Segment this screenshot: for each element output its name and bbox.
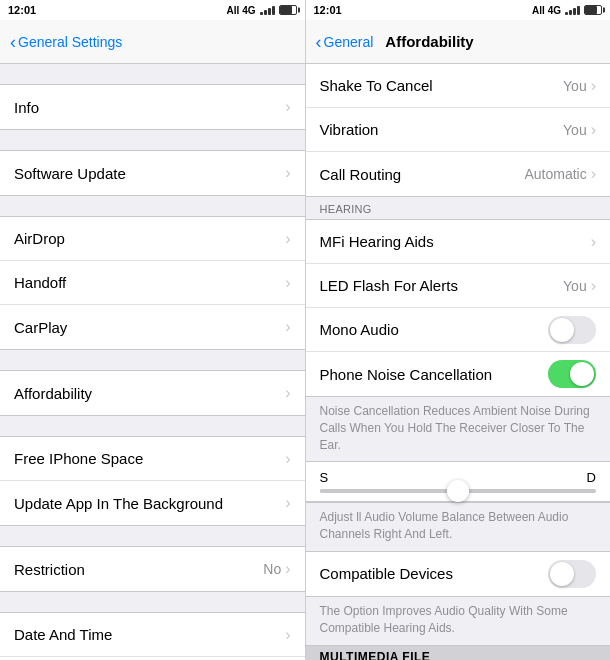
slider-track[interactable]	[320, 489, 597, 493]
left-signal-icon	[260, 5, 275, 15]
left-nav-back[interactable]: ‹ General Settings	[10, 33, 122, 51]
right-status-bar: 12:01 All 4G	[305, 0, 611, 20]
multimedia-label: MULTIMEDIA FILE	[320, 650, 431, 660]
chevron-right-icon: ›	[591, 277, 596, 295]
chevron-right-icon: ›	[591, 121, 596, 139]
left-network: All 4G	[227, 5, 256, 16]
call-routing-item[interactable]: Call Routing Automatic ›	[306, 152, 611, 196]
slider-left-label: S	[320, 470, 329, 485]
chevron-right-icon: ›	[285, 560, 290, 578]
chevron-right-icon: ›	[591, 77, 596, 95]
shake-to-cancel-item[interactable]: Shake To Cancel You ›	[306, 64, 611, 108]
airdrop-group: AirDrop › Handoff › CarPlay ›	[0, 216, 305, 350]
right-network: All 4G	[532, 5, 561, 16]
affordability-group: Affordability ›	[0, 370, 305, 416]
back-chevron-icon: ‹	[316, 33, 322, 51]
back-chevron-icon: ‹	[10, 33, 16, 51]
list-item[interactable]: Date And Time ›	[0, 613, 305, 657]
chevron-right-icon: ›	[285, 494, 290, 512]
slider-thumb[interactable]	[447, 480, 469, 502]
slider-right-label: D	[587, 470, 596, 485]
left-battery-icon	[279, 5, 297, 15]
left-time: 12:01	[8, 4, 36, 16]
left-panel: ‹ General Settings Info › Software Updat…	[0, 20, 305, 660]
right-battery-icon	[584, 5, 602, 15]
chevron-right-icon: ›	[591, 233, 596, 251]
phone-noise-toggle[interactable]	[548, 360, 596, 388]
right-signal-icon	[565, 5, 580, 15]
toggle-knob	[550, 562, 574, 586]
storage-group: Free IPhone Space › Update App In The Ba…	[0, 436, 305, 526]
noise-desc: Noise Cancellation Reduces Ambient Noise…	[306, 397, 611, 461]
list-item[interactable]: CarPlay ›	[0, 305, 305, 349]
list-item[interactable]: Update App In The Background ›	[0, 481, 305, 525]
restriction-group: Restriction No ›	[0, 546, 305, 592]
chevron-right-icon: ›	[285, 274, 290, 292]
list-item[interactable]: AirDrop ›	[0, 217, 305, 261]
right-time: 12:01	[314, 4, 342, 16]
chevron-right-icon: ›	[285, 450, 290, 468]
led-flash-item[interactable]: LED Flash For Alerts You ›	[306, 264, 611, 308]
date-keyboard-group: Date And Time › Keyboard ›	[0, 612, 305, 660]
left-nav-back-label: General Settings	[18, 34, 122, 50]
vibration-item[interactable]: Vibration You ›	[306, 108, 611, 152]
phone-noise-item[interactable]: Phone Noise Cancellation	[306, 352, 611, 396]
top-group: Shake To Cancel You › Vibration You › Ca…	[306, 64, 611, 197]
slider-group: S D	[306, 461, 611, 503]
list-item[interactable]: Handoff ›	[0, 261, 305, 305]
list-item[interactable]: Info ›	[0, 85, 305, 129]
hearing-section-header: HEARING	[306, 197, 611, 219]
right-nav-title: Affordability	[385, 33, 473, 50]
left-status-right: All 4G	[227, 5, 297, 16]
slider-fill	[320, 489, 458, 493]
mfi-hearing-aids-item[interactable]: MFi Hearing Aids ›	[306, 220, 611, 264]
info-group: Info ›	[0, 84, 305, 130]
right-settings-scroll[interactable]: Shake To Cancel You › Vibration You › Ca…	[306, 64, 611, 660]
toggle-knob	[570, 362, 594, 386]
compatible-group: Compatible Devices	[306, 551, 611, 597]
mono-audio-toggle[interactable]	[548, 316, 596, 344]
chevron-right-icon: ›	[591, 165, 596, 183]
compatible-devices-item[interactable]: Compatible Devices	[306, 552, 611, 596]
restriction-item[interactable]: Restriction No ›	[0, 547, 305, 591]
chevron-right-icon: ›	[285, 164, 290, 182]
left-settings-scroll[interactable]: Info › Software Update › AirDrop ›	[0, 64, 305, 660]
right-status-right: All 4G	[532, 5, 602, 16]
left-nav-bar: ‹ General Settings	[0, 20, 305, 64]
compatible-desc: The Option Improves Audio Quality With S…	[306, 597, 611, 645]
slider-desc: Adjust ll Audio Volume Balance Between A…	[306, 503, 611, 551]
mono-audio-item[interactable]: Mono Audio	[306, 308, 611, 352]
multimedia-bar: MULTIMEDIA FILE	[306, 645, 611, 660]
software-update-group: Software Update ›	[0, 150, 305, 196]
chevron-right-icon: ›	[285, 230, 290, 248]
list-item[interactable]: Free IPhone Space ›	[0, 437, 305, 481]
chevron-right-icon: ›	[285, 626, 290, 644]
chevron-right-icon: ›	[285, 384, 290, 402]
list-item[interactable]: Software Update ›	[0, 151, 305, 195]
right-nav-back[interactable]: ‹ General	[316, 33, 374, 51]
hearing-group: MFi Hearing Aids › LED Flash For Alerts …	[306, 219, 611, 397]
chevron-right-icon: ›	[285, 98, 290, 116]
right-panel: ‹ General Affordability Shake To Cancel …	[305, 20, 611, 660]
chevron-right-icon: ›	[285, 318, 290, 336]
toggle-knob	[550, 318, 574, 342]
list-item[interactable]: Affordability ›	[0, 371, 305, 415]
audio-balance-slider-container[interactable]: S D	[306, 462, 611, 502]
compatible-devices-toggle[interactable]	[548, 560, 596, 588]
right-nav-back-label: General	[324, 34, 374, 50]
right-nav-bar: ‹ General Affordability	[306, 20, 611, 64]
left-status-bar: 12:01 All 4G	[0, 0, 305, 20]
